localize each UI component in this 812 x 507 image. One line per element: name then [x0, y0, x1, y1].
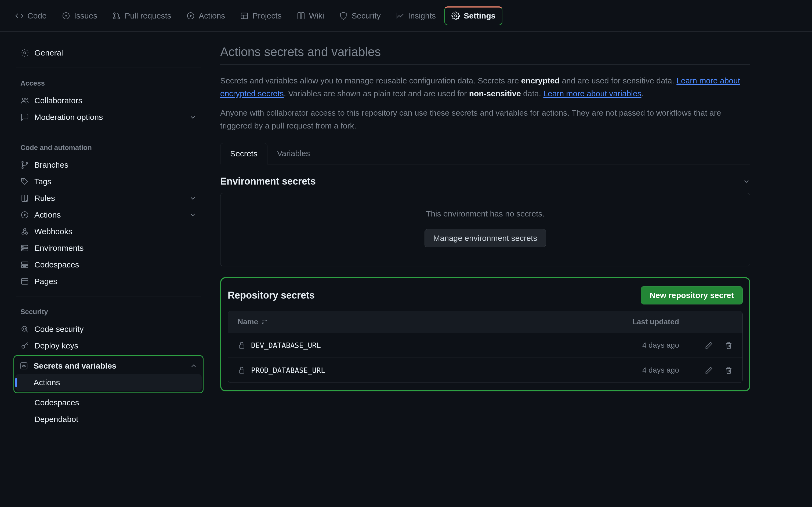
svg-point-13	[26, 98, 28, 100]
people-icon	[20, 96, 29, 105]
nav-actions[interactable]: Actions	[180, 7, 232, 25]
sidebar-secrets-label: Secrets and variables	[34, 361, 116, 371]
sidebar-code-security-label: Code security	[34, 325, 84, 334]
nav-insights[interactable]: Insights	[389, 7, 442, 25]
sidebar-sub-actions[interactable]: Actions	[15, 374, 202, 391]
nav-wiki[interactable]: Wiki	[290, 7, 331, 25]
tab-secrets[interactable]: Secrets	[220, 143, 267, 164]
nav-pull-requests[interactable]: Pull requests	[106, 7, 177, 25]
sidebar-secrets-variables[interactable]: Secrets and variables	[15, 357, 202, 374]
secrets-table: Name Last updated DEV_DATABASE_URL 4 day…	[228, 311, 743, 383]
nav-projects-label: Projects	[252, 11, 282, 20]
sidebar-sub-dependabot-label: Dependabot	[34, 415, 78, 424]
gear-icon	[20, 49, 29, 57]
browser-icon	[20, 277, 29, 286]
repo-secrets-section: Repository secrets New repository secret…	[220, 277, 750, 391]
svg-rect-7	[241, 13, 248, 18]
sidebar-code-security[interactable]: Code security	[16, 321, 201, 337]
tab-variables[interactable]: Variables	[267, 143, 320, 164]
env-empty-message: This environment has no secrets.	[231, 209, 739, 218]
col-name[interactable]: Name	[238, 318, 588, 326]
table-row: DEV_DATABASE_URL 4 days ago	[228, 333, 743, 358]
shield-icon	[339, 11, 348, 20]
nav-issues-label: Issues	[74, 11, 97, 20]
sidebar-sub-dependabot[interactable]: Dependabot	[16, 411, 201, 428]
svg-point-17	[22, 179, 23, 180]
nav-settings-label: Settings	[464, 11, 495, 20]
sidebar-environments[interactable]: Environments	[16, 240, 201, 257]
sidebar-pages[interactable]: Pages	[16, 273, 201, 290]
link-variables[interactable]: Learn more about variables	[543, 89, 641, 98]
svg-point-35	[22, 345, 25, 348]
nav-insights-label: Insights	[408, 11, 436, 20]
new-repo-secret-button[interactable]: New repository secret	[641, 286, 743, 304]
sidebar-collaborators[interactable]: Collaborators	[16, 92, 201, 109]
sidebar-webhooks[interactable]: Webhooks	[16, 223, 201, 240]
sidebar-heading-code: Code and automation	[16, 139, 201, 157]
col-updated[interactable]: Last updated	[588, 318, 679, 326]
sidebar-deploy-keys-label: Deploy keys	[34, 341, 78, 350]
sidebar-moderation[interactable]: Moderation options	[16, 109, 201, 125]
chevron-down-icon[interactable]	[743, 178, 750, 185]
issues-icon	[62, 11, 70, 20]
sidebar-tags[interactable]: Tags	[16, 173, 201, 190]
trash-icon[interactable]	[725, 366, 733, 374]
page-title: Actions secrets and variables	[220, 45, 750, 65]
sidebar-deploy-keys[interactable]: Deploy keys	[16, 337, 201, 354]
graph-icon	[396, 11, 404, 20]
sidebar-pages-label: Pages	[34, 277, 57, 286]
nav-code-label: Code	[28, 11, 47, 20]
svg-point-14	[22, 162, 23, 163]
sort-asc-icon	[261, 319, 268, 325]
svg-point-12	[22, 98, 25, 100]
svg-marker-20	[24, 214, 26, 217]
svg-point-26	[22, 246, 23, 247]
chevron-down-icon	[189, 194, 197, 202]
sidebar-tags-label: Tags	[34, 177, 51, 186]
sidebar-general[interactable]: General	[16, 45, 201, 61]
svg-point-10	[455, 15, 457, 17]
chevron-up-icon	[190, 362, 197, 370]
secrets-variables-tabs: Secrets Variables	[220, 143, 750, 164]
sidebar-heading-security: Security	[16, 303, 201, 321]
lock-icon	[238, 366, 246, 374]
nav-code[interactable]: Code	[9, 7, 53, 25]
nav-projects[interactable]: Projects	[234, 7, 288, 25]
svg-rect-28	[21, 262, 28, 264]
sidebar-environments-label: Environments	[34, 243, 84, 253]
book-icon	[297, 11, 305, 20]
sidebar-sub-codespaces[interactable]: Codespaces	[16, 394, 201, 411]
sidebar-moderation-label: Moderation options	[34, 113, 103, 122]
svg-point-16	[26, 163, 28, 164]
sidebar-actions[interactable]: Actions	[16, 207, 201, 223]
table-row: PROD_DATABASE_URL 4 days ago	[228, 358, 743, 383]
sidebar-heading-access: Access	[16, 74, 201, 92]
svg-point-11	[23, 52, 26, 54]
pull-request-icon	[112, 11, 121, 20]
env-secrets-heading: Environment secrets	[220, 176, 750, 187]
pencil-icon[interactable]	[705, 366, 713, 374]
codespaces-icon	[20, 261, 29, 269]
manage-env-secrets-button[interactable]: Manage environment secrets	[424, 229, 546, 247]
nav-settings[interactable]: Settings	[444, 6, 502, 25]
sidebar-rules-label: Rules	[34, 194, 55, 203]
webhook-icon	[20, 227, 29, 236]
sidebar-collaborators-label: Collaborators	[34, 96, 82, 105]
nav-security[interactable]: Security	[333, 7, 387, 25]
settings-sidebar: General Access Collaborators Moderation …	[0, 32, 209, 441]
server-icon	[20, 244, 29, 252]
sidebar-codespaces[interactable]: Codespaces	[16, 257, 201, 273]
svg-rect-40	[239, 345, 244, 348]
chevron-down-icon	[189, 211, 197, 219]
nav-wiki-label: Wiki	[309, 11, 324, 20]
sidebar-rules[interactable]: Rules	[16, 190, 201, 207]
sidebar-branches[interactable]: Branches	[16, 157, 201, 173]
sidebar-codespaces-label: Codespaces	[34, 260, 79, 269]
trash-icon[interactable]	[725, 341, 733, 349]
svg-rect-41	[239, 370, 244, 374]
svg-rect-31	[21, 278, 28, 284]
pencil-icon[interactable]	[705, 341, 713, 349]
secret-updated-value: 4 days ago	[588, 366, 679, 375]
repo-nav: Code Issues Pull requests Actions Projec…	[0, 0, 812, 32]
nav-issues[interactable]: Issues	[55, 7, 104, 25]
